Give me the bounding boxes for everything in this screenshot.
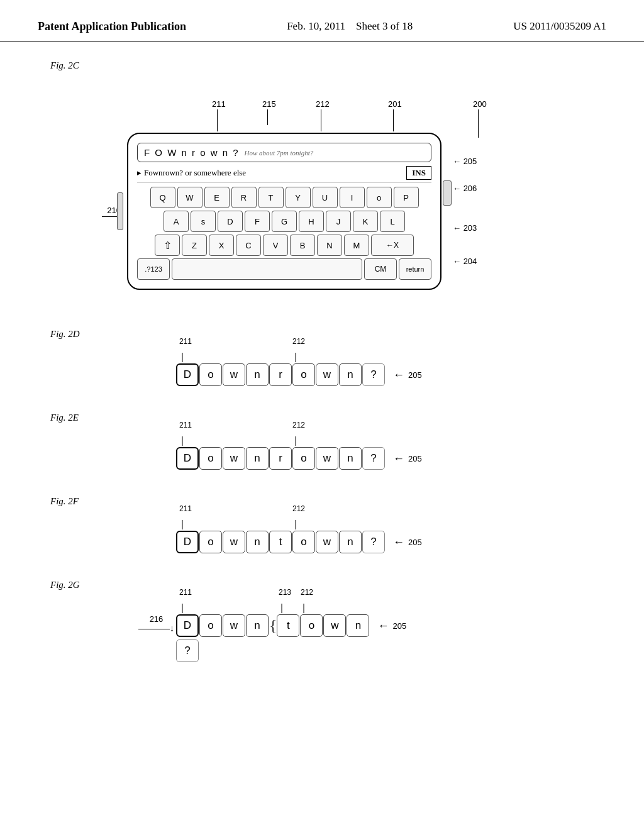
key-K[interactable]: K [353,211,378,232]
key-Y[interactable]: Y [286,187,311,208]
seq2f-n: n [246,531,269,553]
seq2g-t: t [277,614,299,637]
seq2e-r: r [269,447,292,470]
seq2g-D: D [176,614,199,637]
key-B[interactable]: B [290,235,315,256]
key-G[interactable]: G [272,211,297,232]
seq2g-w: w [223,614,245,637]
suggestion-text: Fownrown? or somewhere else [144,168,246,178]
seq2f-n2: n [339,531,362,553]
fig2g-ref213: 213 [279,588,291,597]
seq-o2: o [292,363,315,386]
fig-2f-label: Fig. 2F [50,496,79,507]
key-S[interactable]: s [191,211,216,232]
key-row-4: .?123 CM return [137,258,431,280]
key-shift[interactable]: ⇧ [155,235,180,256]
scroll-bar[interactable] [117,192,123,230]
seq-D: D [176,363,199,386]
text-input-display: F O W n r o w n ? How about 7pm tonight? [137,143,431,162]
key-F[interactable]: F [245,211,270,232]
key-backspace[interactable]: ←X [371,235,414,256]
seq2f-w: w [223,531,245,553]
ref-203-label: ← 203 [453,223,477,233]
seq2f-t: t [269,531,292,553]
key-row-1: Q W E R T Y U I o P [137,187,431,208]
fig-2d-section: Fig. 2D 211 212 D o w n r o w [38,321,606,386]
ref-205-label: ← 205 [453,157,477,166]
fig-2c-section: Fig. 2C 211 215 [38,60,606,290]
ref-200-label: 200 [473,98,487,138]
key-C[interactable]: C [236,235,261,256]
ref-201-label: 201 [388,98,402,131]
right-labels: ← 205 ← 206 ← 203 ← 204 [453,157,477,266]
fig2f-ref211: 211 [179,504,192,513]
fig2e-key-sequence: D o w n r o w n ? ← 205 [176,447,422,470]
key-R[interactable]: R [231,187,257,208]
key-E[interactable]: E [204,187,230,208]
seq2f-o2: o [292,531,315,553]
bracket-sep-area: { [269,617,277,634]
header-date-sheet: Feb. 10, 2011 Sheet 3 of 18 [287,19,413,34]
seq-n: n [246,363,269,386]
seq2e-D: D [176,447,199,470]
ref-206-label: ← 206 [453,184,477,193]
suggestion-bar: ▸ Fownrown? or somewhere else INS [137,166,431,183]
key-P[interactable]: P [394,187,419,208]
key-H[interactable]: H [299,211,324,232]
key-L[interactable]: L [380,211,405,232]
seq-q: ? [362,363,385,386]
key-num[interactable]: .?123 [137,258,170,280]
fig2d-ref212: 212 [292,337,305,346]
fig-2c-label: Fig. 2C [50,60,79,71]
key-O[interactable]: o [367,187,392,208]
fig-2c-diagram: 211 215 212 201 [102,60,542,290]
key-J[interactable]: J [326,211,351,232]
key-A[interactable]: A [164,211,189,232]
key-space[interactable] [172,258,362,280]
page-content: Fig. 2C 211 215 [0,42,644,700]
key-V[interactable]: V [263,235,288,256]
ins-button[interactable]: INS [406,166,431,180]
right-side-button[interactable] [443,180,452,206]
fig2e-ref211: 211 [179,421,192,429]
key-I[interactable]: I [340,187,365,208]
key-N[interactable]: N [317,235,342,256]
fig2d-key-sequence: D o w n r o w n ? ← 205 [176,363,422,386]
key-X[interactable]: X [209,235,234,256]
key-return[interactable]: return [399,258,431,280]
seq2e-w2: w [316,447,338,470]
header-patent-number: US 2011/0035209 A1 [513,19,606,34]
seq2e-w: w [223,447,245,470]
seq2g-q-below: ? [176,639,199,662]
key-Z[interactable]: Z [182,235,207,256]
key-T[interactable]: T [258,187,284,208]
seq2f-w2: w [316,531,338,553]
seq2g-n: n [246,614,269,637]
key-M[interactable]: M [344,235,369,256]
key-row-2: A s D F G H J K L [137,211,431,232]
key-D[interactable]: D [218,211,243,232]
ref-211-label: 211 [212,98,226,131]
seq2f-D: D [176,531,199,553]
key-Q[interactable]: Q [150,187,175,208]
keyboard: Q W E R T Y U I o P [137,187,431,280]
key-row-3: ⇧ Z X C V B N M ←X [137,235,431,256]
device-body: F O W n r o w n ? How about 7pm tonight?… [127,133,441,290]
fig2f-ref212: 212 [292,504,305,513]
fig2g-arrows [176,604,409,613]
page-header: Patent Application Publication Feb. 10, … [0,0,644,42]
fig-2d-label: Fig. 2D [50,329,80,340]
ref-204-label: ← 204 [453,257,477,266]
fig-2g-label: Fig. 2G [50,580,80,590]
fig2f-key-sequence: D o w n t o w n ? ← 205 [176,531,422,553]
suggestion-icon: ▸ [137,168,142,178]
key-CM[interactable]: CM [364,258,397,280]
seq-w2: w [316,363,338,386]
key-W[interactable]: W [177,187,203,208]
seq2g-o: o [199,614,222,637]
ref-216-area: 216 ↓ [138,614,174,634]
key-U[interactable]: U [313,187,338,208]
seq-w: w [223,363,245,386]
fig2e-ref205-area: ← 205 [393,452,422,465]
fig2f-arrows [176,520,409,529]
